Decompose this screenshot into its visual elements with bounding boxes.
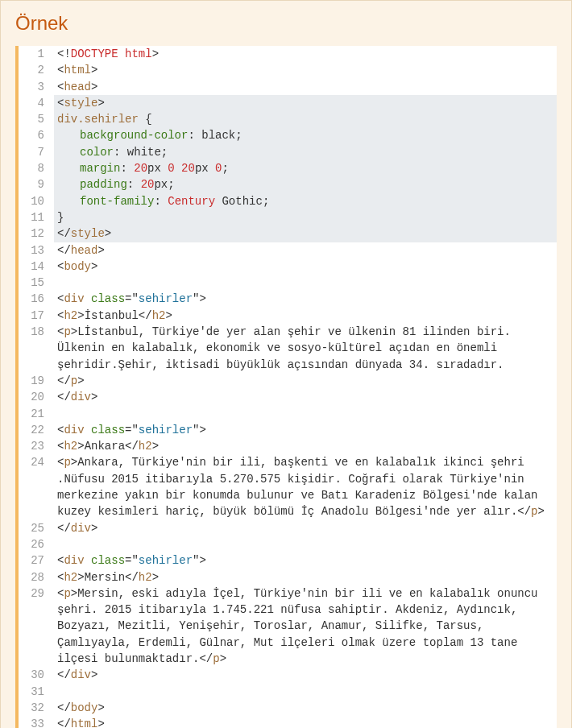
line-content: }	[54, 209, 557, 225]
line-number: 6	[19, 127, 54, 143]
code-table: 1<!DOCTYPE html>2<html>3<head>4<style>5d…	[19, 46, 557, 728]
line-content: <h2>İstanbul</h2>	[54, 308, 557, 324]
code-line: 6background-color: black;	[19, 127, 557, 143]
line-content: <body>	[54, 259, 557, 275]
line-number: 1	[19, 46, 54, 62]
line-number: 10	[19, 193, 54, 209]
line-content: </style>	[54, 225, 557, 242]
line-number: 20	[19, 389, 54, 405]
line-number: 33	[19, 716, 54, 728]
line-content: </div>	[54, 667, 557, 683]
code-line: 3<head>	[19, 79, 557, 95]
line-content: color: white;	[54, 144, 557, 160]
code-line: 15	[19, 275, 557, 291]
line-content: div.sehirler {	[54, 111, 557, 127]
line-content: font-family: Century Gothic;	[54, 193, 557, 209]
code-line: 5div.sehirler {	[19, 111, 557, 127]
line-content	[54, 275, 557, 291]
line-number: 22	[19, 422, 54, 438]
line-number: 15	[19, 275, 54, 291]
line-content: <html>	[54, 62, 557, 78]
line-content: </p>	[54, 373, 557, 389]
code-line: 23<h2>Ankara</h2>	[19, 438, 557, 454]
code-line: 18<p>Lİstanbul, Türkiye'de yer alan şehi…	[19, 324, 557, 373]
code-line: 8margin: 20px 0 20px 0;	[19, 160, 557, 176]
line-number: 13	[19, 242, 54, 259]
code-line: 30</div>	[19, 667, 557, 683]
line-content: background-color: black;	[54, 127, 557, 143]
code-line: 33</html>	[19, 716, 557, 728]
line-number: 8	[19, 160, 54, 176]
line-number: 26	[19, 536, 54, 552]
line-number: 4	[19, 95, 54, 111]
line-number: 21	[19, 406, 54, 422]
line-content: <style>	[54, 95, 557, 111]
line-content	[54, 536, 557, 552]
line-number: 31	[19, 684, 54, 700]
code-line: 12</style>	[19, 225, 557, 242]
line-number: 25	[19, 520, 54, 536]
line-number: 29	[19, 585, 54, 667]
code-line: 17<h2>İstanbul</h2>	[19, 308, 557, 324]
code-line: 4<style>	[19, 95, 557, 111]
line-content: <div class="sehirler">	[54, 291, 557, 307]
code-line: 27<div class="sehirler">	[19, 552, 557, 569]
code-line: 26	[19, 536, 557, 552]
code-line: 29<p>Mersin, eski adıyla İçel, Türkiye'n…	[19, 585, 557, 667]
line-number: 30	[19, 667, 54, 683]
code-line: 32</body>	[19, 700, 557, 716]
line-number: 9	[19, 176, 54, 192]
line-number: 16	[19, 291, 54, 307]
line-content: <head>	[54, 79, 557, 95]
code-line: 19</p>	[19, 373, 557, 389]
line-number: 12	[19, 225, 54, 242]
line-number: 3	[19, 79, 54, 95]
line-content: <!DOCTYPE html>	[54, 46, 557, 62]
code-line: 11}	[19, 209, 557, 225]
line-number: 5	[19, 111, 54, 127]
line-content: padding: 20px;	[54, 176, 557, 192]
line-content: </div>	[54, 520, 557, 536]
line-number: 23	[19, 438, 54, 454]
code-line: 10font-family: Century Gothic;	[19, 193, 557, 209]
line-number: 2	[19, 62, 54, 78]
line-number: 32	[19, 700, 54, 716]
code-line: 13</head>	[19, 242, 557, 259]
line-number: 14	[19, 259, 54, 275]
code-line: 21	[19, 406, 557, 422]
code-line: 25</div>	[19, 520, 557, 536]
code-line: 31	[19, 684, 557, 700]
line-number: 28	[19, 569, 54, 585]
line-content	[54, 684, 557, 700]
code-line: 14<body>	[19, 259, 557, 275]
line-content: </div>	[54, 389, 557, 405]
line-number: 17	[19, 308, 54, 324]
example-title: Örnek	[15, 12, 557, 35]
line-content: </head>	[54, 242, 557, 259]
line-number: 11	[19, 209, 54, 225]
code-line: 1<!DOCTYPE html>	[19, 46, 557, 62]
code-line: 24<p>Ankara, Türkiye'nin bir ili, başken…	[19, 454, 557, 519]
line-content: <p>Ankara, Türkiye'nin bir ili, başkenti…	[54, 454, 557, 519]
line-content: <p>Mersin, eski adıyla İçel, Türkiye'nin…	[54, 585, 557, 667]
line-content: <div class="sehirler">	[54, 422, 557, 438]
code-line: 9padding: 20px;	[19, 176, 557, 192]
line-number: 19	[19, 373, 54, 389]
line-content: <h2>Ankara</h2>	[54, 438, 557, 454]
code-line: 22<div class="sehirler">	[19, 422, 557, 438]
code-line: 28<h2>Mersin</h2>	[19, 569, 557, 585]
line-content: margin: 20px 0 20px 0;	[54, 160, 557, 176]
line-content: </body>	[54, 700, 557, 716]
code-line: 7color: white;	[19, 144, 557, 160]
line-content: <p>Lİstanbul, Türkiye'de yer alan şehir …	[54, 324, 557, 373]
line-content: <div class="sehirler">	[54, 552, 557, 569]
line-content	[54, 406, 557, 422]
line-number: 18	[19, 324, 54, 373]
code-line: 16<div class="sehirler">	[19, 291, 557, 307]
line-number: 27	[19, 552, 54, 569]
line-content: </html>	[54, 716, 557, 728]
code-line: 2<html>	[19, 62, 557, 78]
line-number: 24	[19, 454, 54, 519]
line-content: <h2>Mersin</h2>	[54, 569, 557, 585]
code-line: 20</div>	[19, 389, 557, 405]
